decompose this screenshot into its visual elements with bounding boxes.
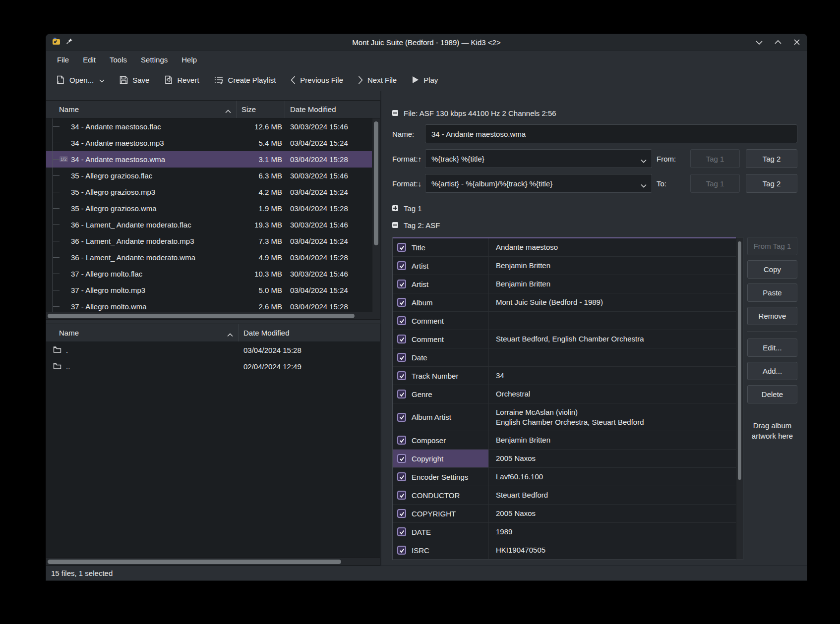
format-from-filename-combobox[interactable]: %{track} %{title} <box>425 149 652 168</box>
paste-button[interactable]: Paste <box>747 284 797 302</box>
next-file-button[interactable]: Next File <box>353 73 402 87</box>
field-checkbox[interactable] <box>397 413 406 422</box>
tag-field-name-cell[interactable]: Comment <box>393 312 489 330</box>
file-list-header-name[interactable]: Name <box>46 101 237 118</box>
remove-button[interactable]: Remove <box>747 307 797 325</box>
add-button[interactable]: Add... <box>747 362 797 380</box>
tag-field-name-cell[interactable]: Genre <box>393 385 489 403</box>
tag-field-row[interactable]: Album Mont Juic Suite (Bedford - 1989) <box>393 293 736 312</box>
tag-field-row[interactable]: COPYRIGHT 2005 Naxos <box>393 505 736 523</box>
field-checkbox[interactable] <box>397 454 406 463</box>
tag-field-value-cell[interactable]: 2005 Naxos <box>489 505 736 522</box>
file-row[interactable]: 34 - Andante maestoso.flac 12.6 MB 30/03… <box>46 118 372 135</box>
tag-field-name-cell[interactable]: Title <box>393 238 489 256</box>
directory-row[interactable]: . 03/04/2024 15:28 <box>46 342 380 358</box>
filename-input[interactable] <box>425 124 797 143</box>
minimize-icon[interactable] <box>755 38 763 46</box>
copy-button[interactable]: Copy <box>747 260 797 279</box>
tag-field-row[interactable]: Album Artist Lorraine McAslan (violin) E… <box>393 403 736 431</box>
menu-item-file[interactable]: File <box>50 52 76 67</box>
file-row[interactable]: 36 - Lament_ Andante moderato.flac 19.3 … <box>46 217 372 233</box>
field-checkbox[interactable] <box>397 509 406 518</box>
field-checkbox[interactable] <box>397 298 406 307</box>
tag-field-row[interactable]: Genre Orchestral <box>393 385 736 403</box>
play-button[interactable]: Play <box>406 73 443 87</box>
tag-field-value-cell[interactable]: Andante maestoso <box>489 238 736 256</box>
tag-field-row[interactable]: ISRC HKI190470505 <box>393 541 736 560</box>
tag-field-name-cell[interactable]: Comment <box>393 330 489 348</box>
file-list-horizontal-scrollbar[interactable] <box>46 312 380 319</box>
scrollbar-thumb[interactable] <box>48 560 341 564</box>
file-row[interactable]: 36 - Lament_ Andante moderato.mp3 7.3 MB… <box>46 233 372 249</box>
directory-list-header-name[interactable]: Name <box>46 324 239 341</box>
collapse-icon[interactable] <box>392 222 398 228</box>
field-checkbox[interactable] <box>397 390 406 398</box>
edit-button[interactable]: Edit... <box>747 339 797 357</box>
tag-field-value-cell[interactable]: HKI190470505 <box>489 541 736 559</box>
tag-field-value-cell[interactable] <box>489 312 736 330</box>
tag-field-row[interactable]: DATE 1989 <box>393 523 736 541</box>
tag2-section-header[interactable]: Tag 2: ASF <box>392 220 797 230</box>
field-checkbox[interactable] <box>397 316 406 325</box>
format-to-filename-combobox[interactable]: %{artist} - %{album}/%{track} %{title} <box>425 174 652 193</box>
tag-field-row[interactable]: Title Andante maestoso <box>393 238 736 257</box>
scrollbar-thumb[interactable] <box>374 121 378 245</box>
tag-field-value-cell[interactable]: Lavf60.16.100 <box>489 468 736 486</box>
tag-field-row[interactable]: Artist Benjamin Britten <box>393 257 736 275</box>
menu-item-help[interactable]: Help <box>175 52 204 67</box>
tag-field-value-cell[interactable]: Steuart Bedford <box>489 486 736 504</box>
tag-field-value-cell[interactable]: 34 <box>489 367 736 385</box>
file-row[interactable]: 37 - Allegro molto.flac 10.3 MB 30/03/20… <box>46 266 372 282</box>
directory-list-horizontal-scrollbar[interactable] <box>46 558 380 565</box>
directory-row[interactable]: .. 02/04/2024 12:49 <box>46 358 380 375</box>
tag-field-value-cell[interactable]: Benjamin Britten <box>489 431 736 449</box>
tag-field-name-cell[interactable]: Encoder Settings <box>393 468 489 486</box>
field-checkbox[interactable] <box>397 353 406 362</box>
revert-button[interactable]: Revert <box>159 72 204 87</box>
field-checkbox[interactable] <box>397 371 406 380</box>
to-tag2-button[interactable]: Tag 2 <box>746 174 797 193</box>
file-row[interactable]: 35 - Allegro grazioso.flac 6.3 MB 30/03/… <box>46 168 372 184</box>
titlebar[interactable]: Mont Juic Suite (Bedford - 1989) — Kid3 … <box>46 34 807 51</box>
tag-field-row[interactable]: CONDUCTOR Steuart Bedford <box>393 486 736 505</box>
tag1-section-header[interactable]: Tag 1 <box>392 203 797 214</box>
tag-field-name-cell[interactable]: Composer <box>393 431 489 449</box>
tag-field-value-cell[interactable]: Lorraine McAslan (violin) English Chambe… <box>489 403 736 431</box>
scrollbar-thumb[interactable] <box>738 241 741 480</box>
menu-item-settings[interactable]: Settings <box>134 52 175 67</box>
field-checkbox[interactable] <box>397 243 406 252</box>
tag-field-value-cell[interactable]: Benjamin Britten <box>489 257 736 275</box>
file-row[interactable]: 36 - Lament_ Andante moderato.wma 4.9 MB… <box>46 249 372 266</box>
delete-button[interactable]: Delete <box>747 385 797 403</box>
tag-field-value-cell[interactable]: Mont Juic Suite (Bedford - 1989) <box>489 293 736 311</box>
field-checkbox[interactable] <box>397 280 406 288</box>
menu-item-edit[interactable]: Edit <box>76 52 103 67</box>
from-tag2-button[interactable]: Tag 2 <box>746 149 797 168</box>
tag-field-name-cell[interactable]: Track Number <box>393 367 489 385</box>
tag-field-value-cell[interactable]: 1989 <box>489 523 736 541</box>
tag-field-name-cell[interactable]: Date <box>393 348 489 366</box>
tag-field-name-cell[interactable]: Artist <box>393 275 489 293</box>
file-row[interactable]: 34 - Andante maestoso.mp3 5.4 MB 03/04/2… <box>46 135 372 151</box>
field-checkbox[interactable] <box>397 436 406 445</box>
maximize-icon[interactable] <box>774 38 782 46</box>
to-tag1-button[interactable]: Tag 1 <box>690 174 740 193</box>
scrollbar-thumb[interactable] <box>48 314 355 318</box>
tag-field-name-cell[interactable]: CONDUCTOR <box>393 486 489 504</box>
tag-field-name-cell[interactable]: ISRC <box>393 541 489 559</box>
open-dropdown-icon[interactable] <box>98 76 105 84</box>
tag-table-vertical-scrollbar[interactable] <box>736 237 743 560</box>
file-list-header-date[interactable]: Date Modified <box>285 101 380 118</box>
file-row[interactable]: 37 - Allegro molto.wma 2.6 MB 03/04/2024… <box>46 298 372 312</box>
field-checkbox[interactable] <box>397 335 406 343</box>
field-checkbox[interactable] <box>397 472 406 481</box>
tag-field-name-cell[interactable]: Album <box>393 293 489 311</box>
tag-field-row[interactable]: Composer Benjamin Britten <box>393 431 736 450</box>
collapse-icon[interactable] <box>392 110 398 116</box>
field-checkbox[interactable] <box>397 491 406 500</box>
file-row[interactable]: 37 - Allegro molto.mp3 5.0 MB 03/04/2024… <box>46 282 372 298</box>
previous-file-button[interactable]: Previous File <box>285 73 349 87</box>
from-tag-1-button[interactable]: From Tag 1 <box>747 237 797 255</box>
field-checkbox[interactable] <box>397 527 406 536</box>
file-list-vertical-scrollbar[interactable] <box>372 118 380 312</box>
